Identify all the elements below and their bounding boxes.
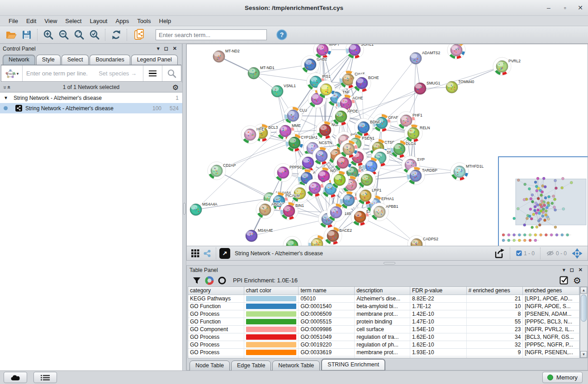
- protein-node[interactable]: [283, 236, 301, 246]
- tab-network-table[interactable]: Network Table: [272, 361, 320, 371]
- panel-close-icon[interactable]: ✕: [576, 267, 585, 273]
- network-file-icon[interactable]: [130, 28, 149, 42]
- menu-view[interactable]: View: [40, 17, 61, 25]
- table-row[interactable]: GO ProcessGO:0033619membrane prot...1.93…: [188, 349, 579, 356]
- protein-node[interactable]: [308, 235, 326, 246]
- tab-edge-table[interactable]: Edge Table: [231, 361, 271, 371]
- string-protein-dropdown[interactable]: STRING ▾: [1, 66, 23, 81]
- memory-button[interactable]: Memory: [542, 372, 583, 383]
- horizontal-splitter[interactable]: [186, 261, 588, 265]
- filter-icon[interactable]: [190, 274, 203, 287]
- column-header-category[interactable]: category: [188, 287, 244, 295]
- column-header-FDR-p-value[interactable]: FDR p-value: [410, 287, 467, 295]
- vertical-splitter[interactable]: [182, 44, 186, 370]
- table-row[interactable]: KEGG Pathways05010Alzheimer's dise...8.8…: [188, 295, 579, 303]
- panel-close-icon[interactable]: ✕: [171, 46, 179, 52]
- table-row[interactable]: GO ProcessGO:0051049regulation of tra...…: [188, 333, 579, 341]
- open-folder-icon[interactable]: [4, 28, 19, 42]
- save-icon[interactable]: [19, 28, 34, 42]
- zoom-fit-icon[interactable]: [71, 28, 87, 42]
- search-input[interactable]: [156, 29, 267, 40]
- table-row[interactable]: GO ProcessGO:0050435beta-amyloid m...2.0…: [188, 356, 579, 358]
- minimize-button[interactable]: –: [542, 0, 555, 16]
- protein-node[interactable]: [331, 171, 349, 189]
- protein-node[interactable]: [340, 140, 358, 158]
- protein-node-bace2[interactable]: BACE2: [324, 227, 352, 245]
- zoom-out-icon[interactable]: [56, 28, 71, 42]
- clear-chart-icon[interactable]: [216, 274, 228, 287]
- zoom-in-icon[interactable]: [41, 28, 56, 42]
- tab-boundaries[interactable]: Boundaries: [90, 55, 130, 65]
- protein-node[interactable]: [358, 171, 376, 189]
- table-row[interactable]: GO ProcessGO:0019220regulation of ph...1…: [188, 341, 579, 349]
- task-list-button[interactable]: [33, 372, 57, 383]
- tab-select[interactable]: Select: [62, 55, 89, 65]
- table-row[interactable]: GO FunctionGO:0001540beta-amyloid bi...1…: [188, 303, 579, 310]
- share-view-icon[interactable]: [201, 247, 213, 260]
- protein-node-reln[interactable]: RELN: [404, 124, 430, 142]
- protein-node-cadps2[interactable]: CADPS2: [408, 235, 438, 246]
- column-header-chart-color[interactable]: chart color: [244, 287, 299, 295]
- tab-node-table[interactable]: Node Table: [190, 361, 230, 371]
- protein-node[interactable]: [306, 179, 324, 197]
- maximize-button[interactable]: ▫: [558, 0, 572, 16]
- network-options-gear-icon[interactable]: ⚙: [172, 83, 179, 92]
- close-button[interactable]: ✕: [574, 0, 587, 16]
- column-header-term-name[interactable]: term name: [299, 287, 355, 295]
- menu-select[interactable]: Select: [61, 17, 85, 25]
- protein-node[interactable]: [317, 80, 335, 98]
- refresh-icon[interactable]: [109, 28, 124, 42]
- column-header--enriched-genes[interactable]: # enriched genes: [467, 287, 523, 295]
- scroll-up-icon[interactable]: ▲: [580, 287, 587, 294]
- set-species-hint[interactable]: Set species →: [99, 70, 139, 77]
- tab-style[interactable]: Style: [36, 55, 61, 65]
- select-rows-icon[interactable]: [557, 274, 570, 287]
- zoom-selected-icon[interactable]: [87, 28, 102, 42]
- protein-node-bche[interactable]: BCHE: [353, 74, 379, 92]
- export-network-icon[interactable]: [492, 247, 507, 260]
- column-header-enriched-genes[interactable]: enriched genes: [523, 287, 579, 295]
- cloud-tasks-button[interactable]: [4, 372, 27, 383]
- navigator-icon[interactable]: [569, 247, 585, 260]
- tree-collapse-caret-icon[interactable]: ▼: [4, 95, 14, 100]
- table-scrollbar[interactable]: ▲ ▼: [580, 286, 588, 358]
- open-in-string-button[interactable]: ↗: [219, 248, 230, 259]
- help-icon[interactable]: ?: [274, 28, 289, 42]
- protein-node-adamts2[interactable]: ADAMTS2: [410, 51, 440, 64]
- table-row[interactable]: GO ProcessGO:0006509membrane prot...1.42…: [188, 310, 579, 318]
- network-canvas[interactable]: MT-ND2MT-ND1VSNL1CD2APMS4A6AMS4A4AMS4A4E…: [186, 44, 588, 246]
- birdseye-view[interactable]: [498, 156, 588, 246]
- panel-collapse-icon[interactable]: ▾: [155, 46, 162, 52]
- string-options-menu-button[interactable]: [143, 66, 162, 81]
- chart-donut-icon[interactable]: [203, 274, 216, 287]
- protein-node-sorl1[interactable]: SORL1: [346, 44, 374, 59]
- panel-float-icon[interactable]: ◻: [162, 46, 171, 52]
- protein-node-ms4a4a[interactable]: MS4A4A: [190, 202, 218, 215]
- panel-collapse-icon[interactable]: ▾: [560, 267, 568, 273]
- tab-network[interactable]: Network: [3, 55, 35, 65]
- menu-edit[interactable]: Edit: [22, 17, 40, 25]
- menu-layout[interactable]: Layout: [85, 17, 111, 25]
- scrollbar-thumb[interactable]: [581, 295, 587, 322]
- protein-node-tardbp[interactable]: TARDBP: [407, 167, 437, 185]
- network-collection-row[interactable]: ▼ String Network - Alzheimer's disease 1: [0, 93, 182, 103]
- splitter-grip[interactable]: [183, 203, 185, 215]
- protein-node-mthfd1l[interactable]: MTHFD1L: [450, 163, 484, 181]
- settings-gear-icon[interactable]: ⚙: [570, 274, 584, 287]
- string-search-button[interactable]: [162, 66, 181, 81]
- tab-string-enrichment[interactable]: STRING Enrichment: [321, 359, 385, 371]
- tab-legend-panel[interactable]: Legend Panel: [131, 55, 178, 65]
- menu-tools[interactable]: Tools: [133, 17, 155, 25]
- protein-node-smug1[interactable]: SMUG1: [414, 81, 441, 94]
- splitter-grip[interactable]: [384, 262, 395, 264]
- menu-file[interactable]: File: [5, 17, 22, 25]
- grid-view-icon[interactable]: [190, 247, 201, 260]
- protein-node-cd2ap[interactable]: CD2AP: [208, 162, 236, 180]
- network-row[interactable]: String Network - Alzheimer's disease 100…: [0, 103, 182, 113]
- protein-node-tomm40[interactable]: TOMM40: [446, 80, 474, 93]
- panel-float-icon[interactable]: ◻: [568, 267, 576, 273]
- string-term-input[interactable]: Enter one term per line. Set species →: [23, 66, 143, 81]
- menu-help[interactable]: Help: [155, 17, 175, 25]
- scroll-down-icon[interactable]: ▼: [580, 351, 587, 358]
- table-row[interactable]: GO ComponentGO:0009986cell surface1.54E-…: [188, 326, 579, 333]
